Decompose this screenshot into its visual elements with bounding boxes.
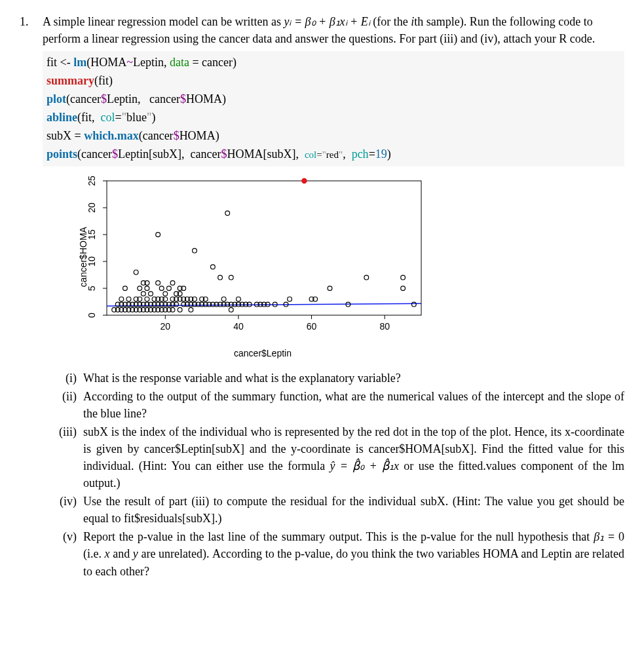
code-str: blue xyxy=(126,111,147,124)
code-text: ) xyxy=(151,111,155,124)
svg-point-71 xyxy=(163,291,168,296)
var-y: y xyxy=(133,547,138,560)
svg-point-114 xyxy=(229,275,233,280)
code-fn-whichmax: which.max xyxy=(84,129,139,142)
svg-point-78 xyxy=(170,280,175,285)
svg-point-55 xyxy=(149,291,153,296)
part-text-a: Report the p-value in the last line of t… xyxy=(83,530,594,543)
code-fn-summary: summary xyxy=(47,74,94,87)
svg-point-63 xyxy=(156,232,161,237)
svg-point-67 xyxy=(159,286,164,290)
model-equation: yᵢ = β₀ + β₁xᵢ + Eᵢ xyxy=(284,15,369,28)
intro-tail: (for the xyxy=(370,15,411,28)
svg-text:80: 80 xyxy=(379,321,390,332)
part-text-and: and xyxy=(110,547,133,560)
code-fn-abline: abline xyxy=(47,111,77,124)
svg-point-133 xyxy=(401,286,406,290)
code-text: (HOMA xyxy=(86,56,126,69)
svg-point-112 xyxy=(229,307,233,312)
code-text: Leptin[subX], cancer xyxy=(118,147,221,161)
svg-point-30 xyxy=(123,286,128,290)
svg-point-27 xyxy=(119,297,124,301)
part-text: Use the result of part (iii) to compute … xyxy=(83,493,624,527)
svg-point-104 xyxy=(210,264,215,269)
part-v: (v) Report the p-value in the last line … xyxy=(43,528,624,579)
code-text: = xyxy=(369,147,375,161)
part-label: (v) xyxy=(43,528,83,579)
svg-point-127 xyxy=(288,297,292,301)
scatter-plot: cancer$HOMA 051015202520406080 cancer$Le… xyxy=(61,174,428,358)
svg-point-134 xyxy=(401,275,406,280)
svg-point-46 xyxy=(141,291,145,296)
beta1: β₁ xyxy=(594,530,604,543)
chart-svg: 051015202520406080 xyxy=(61,174,428,342)
part-iii: (iii) subX is the index of the individua… xyxy=(43,423,624,491)
code-text: HOMA) xyxy=(186,92,226,105)
code-text: subX = xyxy=(47,129,84,142)
svg-point-107 xyxy=(218,275,223,280)
code-arg-data: data xyxy=(170,56,189,69)
code-str: red xyxy=(326,149,339,160)
svg-text:25: 25 xyxy=(86,176,97,186)
svg-point-74 xyxy=(166,286,171,290)
svg-text:20: 20 xyxy=(86,202,97,213)
part-label: (ii) xyxy=(43,388,83,422)
axis-label-x: cancer$Leptin xyxy=(234,347,292,360)
question-number: 1. xyxy=(20,13,43,581)
svg-point-130 xyxy=(328,286,332,290)
code-arg-pch: pch xyxy=(352,147,369,161)
code-block: fit <- lm(HOMA~Leptin, data = cancer) su… xyxy=(43,51,624,166)
part-text: Report the p-value in the last line of t… xyxy=(83,528,624,579)
svg-point-50 xyxy=(145,297,149,301)
code-dollar: $ xyxy=(112,147,118,161)
svg-point-39 xyxy=(134,270,138,275)
part-text: subX is the index of the individual who … xyxy=(83,423,624,491)
svg-text:0: 0 xyxy=(86,312,97,317)
svg-rect-0 xyxy=(107,181,421,315)
code-tilde: ~ xyxy=(126,56,133,69)
question-block: 1. A simple linear regression model can … xyxy=(20,13,624,581)
svg-point-111 xyxy=(225,210,230,215)
code-text: HOMA) xyxy=(180,129,219,142)
code-text: ) xyxy=(387,147,391,161)
svg-line-21 xyxy=(107,303,421,306)
code-quote: " xyxy=(122,111,126,124)
code-fn-lm: lm xyxy=(73,56,86,69)
question-body: A simple linear regression model can be … xyxy=(43,13,624,581)
svg-text:20: 20 xyxy=(161,321,171,332)
sub-parts: (i) What is the response variable and wh… xyxy=(43,370,624,580)
part-ii: (ii) According to the output of the summ… xyxy=(43,388,624,422)
part-label: (iii) xyxy=(43,423,83,491)
code-arg-col: col xyxy=(305,149,316,160)
code-text: Leptin, xyxy=(133,56,170,69)
svg-point-33 xyxy=(126,297,131,301)
part-text: According to the output of the summary f… xyxy=(83,388,624,422)
code-dollar: $ xyxy=(180,92,186,105)
code-text: = xyxy=(316,149,322,160)
svg-text:40: 40 xyxy=(233,321,244,332)
code-text: (fit) xyxy=(94,74,113,87)
svg-point-43 xyxy=(138,286,142,290)
code-text: fit <- xyxy=(47,56,73,69)
code-fn-points: points xyxy=(47,147,77,161)
svg-point-62 xyxy=(156,280,161,285)
fitted-formula: ŷ = β̂₀ + β̂₁x xyxy=(330,459,399,472)
code-arg-col: col xyxy=(101,111,115,124)
part-text: What is the response variable and what i… xyxy=(83,370,624,387)
svg-point-109 xyxy=(221,297,226,301)
code-text: (cancer xyxy=(139,129,174,142)
svg-point-82 xyxy=(178,307,182,312)
code-fn-plot: plot xyxy=(47,92,66,105)
part-text-b: are unrelated). According to the p-value… xyxy=(83,547,624,577)
svg-point-91 xyxy=(189,307,193,312)
svg-point-132 xyxy=(364,275,369,280)
code-text: (fit, xyxy=(77,111,101,124)
code-text: HOMA[subX], xyxy=(227,147,305,161)
svg-text:60: 60 xyxy=(307,321,317,332)
code-text: = cancer) xyxy=(189,56,237,69)
code-num: 19 xyxy=(375,147,387,161)
intro-text: A simple linear regression model can be … xyxy=(43,15,284,28)
svg-point-117 xyxy=(237,297,241,301)
code-text: = xyxy=(115,111,122,124)
svg-point-135 xyxy=(411,302,416,307)
